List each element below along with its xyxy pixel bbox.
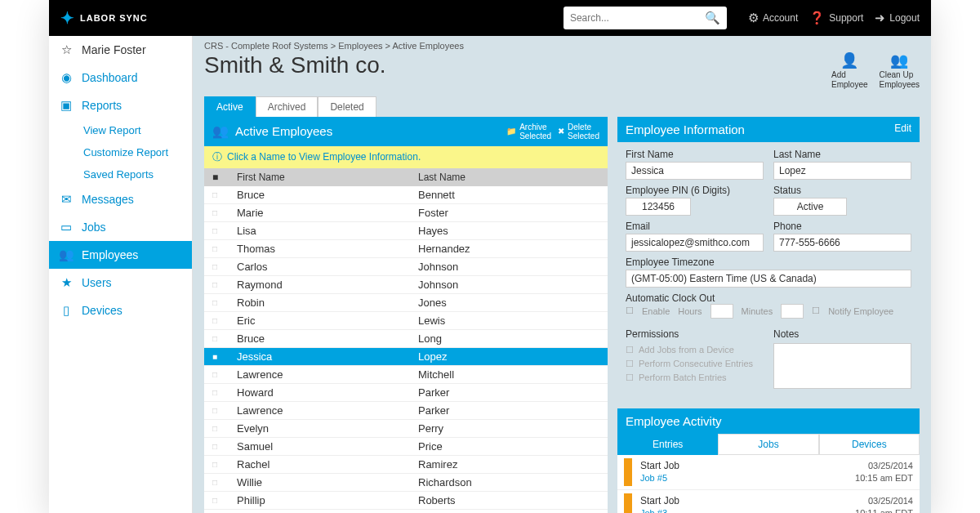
row-checkbox[interactable]: □ [212,478,237,487]
account-link[interactable]: ⚙Account [748,11,798,25]
star-icon: ★ [59,275,74,290]
col-first-name[interactable]: First Name [237,172,418,183]
sidebar-user[interactable]: ☆Marie Foster [49,36,192,64]
row-checkbox[interactable]: □ [212,496,237,505]
row-checkbox[interactable]: □ [212,442,237,451]
people-icon: 👥 [890,52,908,70]
notes-input[interactable] [773,343,911,389]
sidebar-sub-customize-report[interactable]: Customize Report [49,141,192,163]
value-pin: 123456 [626,198,691,216]
search-box[interactable]: 🔍 [564,7,727,29]
table-row[interactable]: □ThomasHernandez [204,240,608,258]
row-checkbox[interactable]: ■ [212,352,237,361]
table-row[interactable]: □BruceBennett [204,186,608,204]
close-icon: ✖ [558,127,564,136]
help-icon: ❓ [809,11,825,25]
table-row[interactable]: ■JessicaLopez [204,348,608,366]
row-checkbox[interactable]: □ [212,316,237,325]
mail-icon: ✉ [59,192,74,207]
activity-tab-entries[interactable]: Entries [617,434,718,455]
row-checkbox[interactable]: □ [212,424,237,433]
logout-link[interactable]: ➜Logout [875,11,920,25]
activity-row[interactable]: Start JobJob #303/25/201410:11 am EDT [617,490,920,513]
label-permissions: Permissions [626,328,764,340]
table-row[interactable]: □MarieFoster [204,204,608,222]
sidebar-item-dashboard[interactable]: ◉Dashboard [49,64,192,91]
table-row[interactable]: □EvelynPerry [204,420,608,438]
page-title: Smith & Smith co. [204,52,831,78]
table-row[interactable]: □LawrenceMitchell [204,366,608,384]
enable-checkbox[interactable]: ☐ [626,306,634,316]
people-icon: 👥 [212,123,229,139]
hint-bar: ⓘClick a Name to View Employee Informati… [204,146,608,168]
row-checkbox[interactable]: □ [212,226,237,235]
perm-add-jobs[interactable]: ☐Add Jobs from a Device [626,343,764,357]
value-email: jessicalopez@smithco.com [626,234,764,252]
dashboard-icon: ◉ [59,70,74,85]
sidebar-sub-view-report[interactable]: View Report [49,119,192,141]
table-row[interactable]: □SamuelPrice [204,438,608,456]
row-checkbox[interactable]: □ [212,280,237,289]
table-row[interactable]: □PhilipRobinson [204,510,608,513]
folder-icon: 📁 [506,127,516,136]
row-checkbox[interactable]: □ [212,208,237,217]
row-checkbox[interactable]: □ [212,190,237,199]
table-row[interactable]: □WillieRichardson [204,474,608,492]
table-row[interactable]: □CarlosJohnson [204,258,608,276]
label-timezone: Employee Timezone [626,256,911,268]
row-checkbox[interactable]: □ [212,388,237,397]
tab-deleted[interactable]: Deleted [318,96,376,117]
table-row[interactable]: □BruceLong [204,330,608,348]
row-checkbox[interactable]: □ [212,298,237,307]
hours-input[interactable] [710,304,733,319]
reports-icon: ▣ [59,98,74,113]
activity-tab-jobs[interactable]: Jobs [718,434,818,455]
search-input[interactable] [570,12,705,24]
add-employee-button[interactable]: 👤Add Employee [831,52,867,90]
value-status: Active [773,198,847,216]
table-row[interactable]: □PhillipRoberts [204,492,608,510]
row-checkbox[interactable]: □ [212,262,237,271]
sidebar-item-jobs[interactable]: ▭Jobs [49,213,192,241]
table-row[interactable]: □HowardParker [204,384,608,402]
archive-selected-button[interactable]: 📁Archive Selected [506,123,551,141]
activity-row[interactable]: Start JobJob #503/25/201410:15 am EDT [617,455,920,490]
perm-batch[interactable]: ☐Perform Batch Entries [626,371,764,385]
tab-archived[interactable]: Archived [256,96,318,117]
delete-selected-button[interactable]: ✖Delete Selected [558,123,599,141]
table-row[interactable]: □RaymondJohnson [204,276,608,294]
col-checkbox[interactable]: ■ [212,172,237,183]
cleanup-employees-button[interactable]: 👥Clean Up Employees [880,52,920,90]
logo: ✦ LABOR SYNC [60,8,148,28]
row-checkbox[interactable]: □ [212,244,237,253]
row-checkbox[interactable]: □ [212,460,237,469]
table-row[interactable]: □EricLewis [204,312,608,330]
logout-icon: ➜ [875,11,885,25]
row-checkbox[interactable]: □ [212,370,237,379]
sidebar-item-users[interactable]: ★Users [49,269,192,297]
search-icon[interactable]: 🔍 [705,11,720,25]
value-timezone: (GMT-05:00) Eastern Time (US & Canada) [626,270,911,288]
sidebar-item-employees[interactable]: 👥Employees [49,241,192,269]
tab-active[interactable]: Active [204,96,256,117]
col-last-name[interactable]: Last Name [418,172,599,183]
sidebar-item-devices[interactable]: ▯Devices [49,297,192,324]
table-row[interactable]: □LisaHayes [204,222,608,240]
panel-title: Active Employees [235,124,332,138]
perm-consecutive[interactable]: ☐Perform Consecutive Entries [626,357,764,371]
table-row[interactable]: □LawrenceParker [204,402,608,420]
activity-tab-devices[interactable]: Devices [819,434,920,455]
sidebar-item-reports[interactable]: ▣Reports [49,91,192,119]
gear-icon: ⚙ [748,11,759,25]
row-checkbox[interactable]: □ [212,334,237,343]
table-row[interactable]: □RobinJones [204,294,608,312]
table-header: ■ First Name Last Name [204,168,608,186]
table-row[interactable]: □RachelRamirez [204,456,608,474]
sidebar-sub-saved-reports[interactable]: Saved Reports [49,163,192,185]
minutes-input[interactable] [781,304,804,319]
support-link[interactable]: ❓Support [809,11,863,25]
row-checkbox[interactable]: □ [212,406,237,415]
sidebar-item-messages[interactable]: ✉Messages [49,185,192,213]
edit-button[interactable]: Edit [894,123,911,136]
notify-checkbox[interactable]: ☐ [812,306,820,316]
